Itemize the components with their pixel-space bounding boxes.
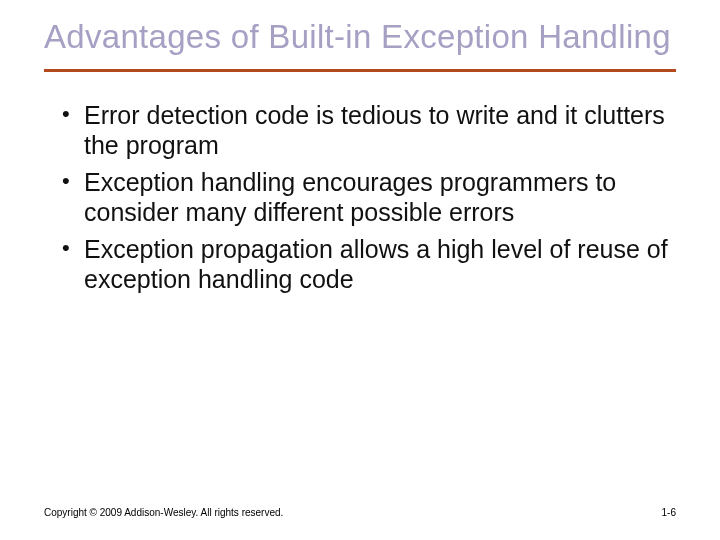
- list-item: Exception handling encourages programmer…: [62, 167, 672, 228]
- slide: Advantages of Built-in Exception Handlin…: [0, 0, 720, 540]
- footer: Copyright © 2009 Addison-Wesley. All rig…: [44, 507, 676, 518]
- list-item: Error detection code is tedious to write…: [62, 100, 672, 161]
- bullet-list: Error detection code is tedious to write…: [44, 100, 676, 295]
- title-divider: [44, 69, 676, 72]
- copyright-text: Copyright © 2009 Addison-Wesley. All rig…: [44, 507, 283, 518]
- slide-title: Advantages of Built-in Exception Handlin…: [44, 18, 676, 57]
- list-item: Exception propagation allows a high leve…: [62, 234, 672, 295]
- page-number: 1-6: [662, 507, 676, 518]
